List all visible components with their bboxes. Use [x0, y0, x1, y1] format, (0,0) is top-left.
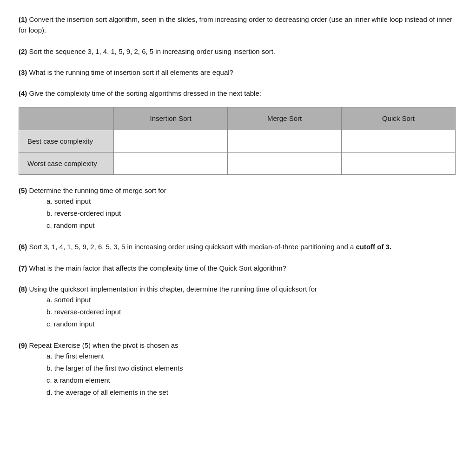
worst-case-quick — [342, 152, 456, 174]
q8-subitems: a. sorted input b. reverse-ordered input… — [46, 294, 457, 330]
complexity-table: Insertion Sort Merge Sort Quick Sort Bes… — [19, 107, 456, 175]
best-case-quick — [342, 130, 456, 152]
q3-number: (3) — [19, 68, 27, 76]
question-5: (5) Determine the running time of merge … — [19, 185, 457, 231]
best-case-label: Best case complexity — [19, 130, 114, 152]
question-2: (2) Sort the sequence 3, 1, 4, 1, 5, 9, … — [19, 46, 457, 57]
question-4: (4) Give the complexity time of the sort… — [19, 88, 457, 175]
q2-number: (2) — [19, 47, 27, 55]
q5-subitems: a. sorted input b. reverse-ordered input… — [46, 196, 457, 231]
q9-subitem-c: c. a random element — [46, 375, 457, 386]
q8-subitem-c: c. random input — [46, 319, 457, 330]
q8-number: (8) — [19, 285, 27, 293]
q5-subitem-b: b. reverse-ordered input — [46, 208, 457, 219]
worst-case-label: Worst case complexity — [19, 152, 114, 174]
q9-subitems: a. the first element b. the larger of th… — [46, 351, 457, 398]
table-row-worst-case: Worst case complexity — [19, 152, 456, 174]
table-header-row: Insertion Sort Merge Sort Quick Sort — [19, 107, 456, 130]
q9-subitem-d: d. the average of all elements in the se… — [46, 387, 457, 398]
best-case-merge — [228, 130, 342, 152]
q3-text: What is the running time of insertion so… — [29, 68, 233, 76]
q5-text: Determine the running time of merge sort… — [29, 186, 166, 194]
q8-subitem-a: a. sorted input — [46, 294, 457, 305]
q9-main: (9) Repeat Exercise (5) when the pivot i… — [19, 340, 457, 351]
q5-main: (5) Determine the running time of merge … — [19, 185, 457, 196]
q9-subitem-b: b. the larger of the first two distinct … — [46, 363, 457, 374]
question-1: (1) Convert the insertion sort algorithm… — [19, 14, 457, 36]
q5-subitem-a: a. sorted input — [46, 196, 457, 207]
q5-subitem-c: c. random input — [46, 220, 457, 231]
q6-cutoff: cutoff of 3. — [356, 243, 391, 251]
q8-subitem-b: b. reverse-ordered input — [46, 306, 457, 318]
q6-number: (6) — [19, 243, 27, 251]
question-7: (7) What is the main factor that affects… — [19, 263, 457, 273]
q9-text: Repeat Exercise (5) when the pivot is ch… — [29, 341, 178, 349]
q1-text: Convert the insertion sort algorithm, se… — [19, 15, 452, 34]
table-header-quick-sort: Quick Sort — [342, 107, 456, 130]
table-header-insertion-sort: Insertion Sort — [114, 107, 228, 130]
q7-number: (7) — [19, 264, 27, 272]
best-case-insertion — [114, 130, 228, 152]
question-3: (3) What is the running time of insertio… — [19, 67, 457, 78]
q4-number: (4) — [19, 89, 27, 97]
q8-text: Using the quicksort implementation in th… — [29, 285, 317, 293]
question-9: (9) Repeat Exercise (5) when the pivot i… — [19, 340, 457, 398]
q4-text: Give the complexity time of the sorting … — [29, 89, 261, 97]
q9-subitem-a: a. the first element — [46, 351, 457, 362]
question-6: (6) Sort 3, 1, 4, 1, 5, 9, 2, 6, 5, 3, 5… — [19, 241, 457, 252]
q5-number: (5) — [19, 186, 27, 194]
q6-text: Sort 3, 1, 4, 1, 5, 9, 2, 6, 5, 3, 5 in … — [29, 243, 356, 251]
question-8: (8) Using the quicksort implementation i… — [19, 284, 457, 330]
table-header-merge-sort: Merge Sort — [228, 107, 342, 130]
q2-text: Sort the sequence 3, 1, 4, 1, 5, 9, 2, 6… — [29, 47, 275, 55]
worst-case-insertion — [114, 152, 228, 174]
q7-text: What is the main factor that affects the… — [29, 264, 286, 272]
table-header-empty — [19, 107, 114, 130]
q8-main: (8) Using the quicksort implementation i… — [19, 284, 457, 294]
table-row-best-case: Best case complexity — [19, 130, 456, 152]
q9-number: (9) — [19, 341, 27, 349]
worst-case-merge — [228, 152, 342, 174]
q1-number: (1) — [19, 15, 27, 23]
